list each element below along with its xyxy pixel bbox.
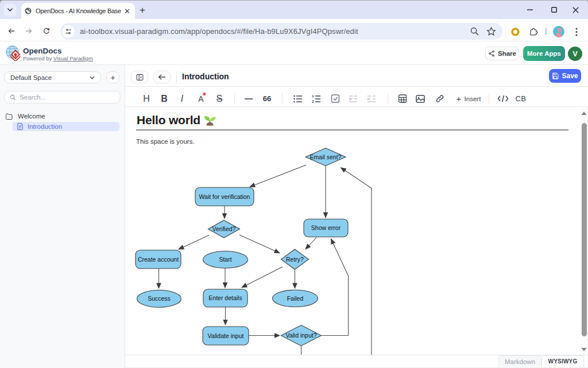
svg-text:Validate input: Validate input [208, 332, 244, 339]
svg-text:Retry?: Retry? [286, 256, 304, 263]
svg-text:Failed: Failed [287, 295, 304, 302]
svg-text:Success: Success [148, 295, 171, 302]
svg-text:2: 2 [312, 99, 314, 103]
svg-text:Start: Start [219, 256, 231, 263]
svg-text:Email sent?: Email sent? [310, 154, 342, 160]
svg-text:Wait for verification: Wait for verification [199, 193, 250, 200]
svg-text:Verified?: Verified? [212, 225, 236, 232]
svg-text:Enter details: Enter details [208, 294, 242, 301]
svg-text:Valid input?: Valid input? [285, 332, 316, 339]
svg-text:1: 1 [312, 95, 314, 98]
svg-text:Create account: Create account [138, 256, 179, 263]
svg-text:Show error: Show error [311, 224, 341, 231]
